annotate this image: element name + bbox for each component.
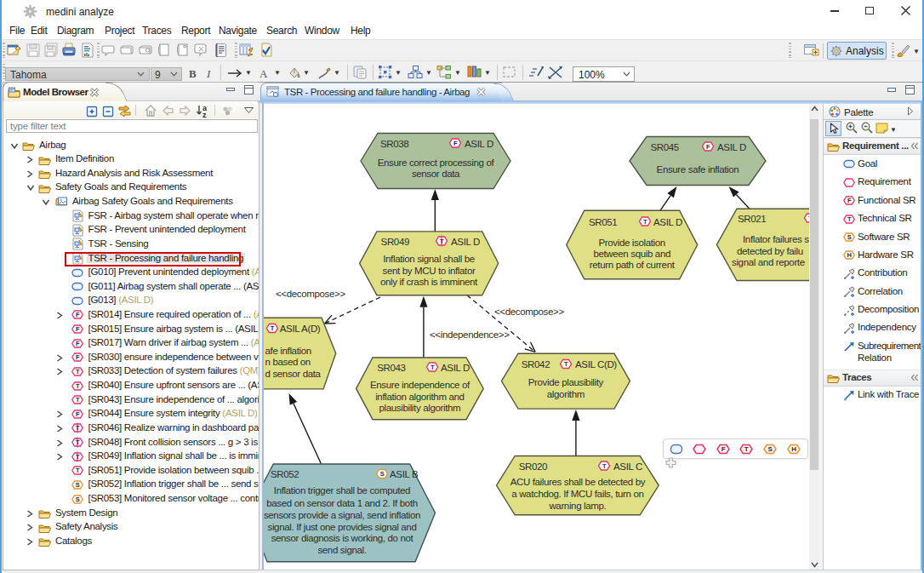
svg-text:SR051: SR051 [589,216,617,226]
svg-text:SR049: SR049 [381,236,409,246]
svg-text:detected by failu: detected by failu [737,246,803,256]
svg-text:warning lamp.: warning lamp. [548,500,606,510]
svg-text:T: T [744,445,749,453]
svg-text:ASIL C: ASIL C [613,461,642,471]
svg-text:ASIL D: ASIL D [441,362,470,372]
svg-text:ASIL D: ASIL D [451,236,480,246]
svg-text:SR042: SR042 [522,359,550,370]
svg-text:Provide isolation: Provide isolation [598,237,664,247]
svg-text:only if crash is imminent: only if crash is imminent [380,277,478,287]
svg-text:sensor diagnosis is working, d: sensor diagnosis is working, do not [271,533,414,543]
svg-text:S: S [76,496,80,503]
svg-text:<<decompose>>: <<decompose>> [276,289,345,299]
svg-text:ASIL D: ASIL D [653,216,682,226]
svg-text:S: S [76,481,80,489]
svg-text:SR021: SR021 [738,213,766,223]
svg-text:ASIL D: ASIL D [465,138,493,148]
svg-text:sent by MCU to inflator: sent by MCU to inflator [383,265,476,275]
svg-text:afe inflation: afe inflation [265,345,311,355]
svg-text:sensor data: sensor data [412,169,460,179]
svg-text:Inflation trigger shall be com: Inflation trigger shall be computed [274,485,410,496]
svg-text:Ensure correct processing of: Ensure correct processing of [378,157,495,167]
svg-text:Ensure independence of: Ensure independence of [370,379,471,389]
svg-text:Provide plausibility: Provide plausibility [528,377,604,387]
svg-text:based on sensor data 1 and 2.: based on sensor data 1 and 2. If both [266,497,418,507]
svg-text:S: S [847,233,852,241]
svg-text:SR038: SR038 [380,138,408,148]
svg-text:SR020: SR020 [519,461,547,471]
svg-text:<<independence>>: <<independence>> [430,329,510,340]
svg-text:ASIL B: ASIL B [390,469,419,479]
svg-text:sensors provide a signal, send: sensors provide a signal, send inflation [264,510,420,520]
svg-text:ASIL C(D): ASIL C(D) [575,359,617,370]
svg-text:d sensor data: d sensor data [265,368,322,378]
svg-text:algorithm: algorithm [547,388,585,398]
svg-text:ACU failures shall be detected: ACU failures shall be detected by [510,476,646,486]
svg-text:S: S [380,470,385,478]
svg-text:SR045: SR045 [651,141,679,152]
svg-text:ASIL D: ASIL D [717,141,746,152]
svg-text:return path of current: return path of current [590,260,676,270]
svg-text:inflation algorithm and: inflation algorithm and [375,391,464,401]
svg-text:H: H [847,251,851,259]
svg-text:Inflator failures s: Inflator failures s [743,234,809,244]
svg-text:a watchdog. If MCU fails, turn: a watchdog. If MCU fails, turn on [511,488,643,498]
svg-text:send signal.: send signal. [317,545,366,555]
svg-text:plausibility algorithm: plausibility algorithm [379,403,460,413]
svg-text:ASIL A(D): ASIL A(D) [280,324,321,334]
svg-text:<<decompose>>: <<decompose>> [494,306,564,316]
svg-text:signal and reporte: signal and reporte [732,257,805,267]
svg-text:signal. If just one provides s: signal. If just one provides signal and [268,521,417,531]
svg-text:Inflation signal shall be: Inflation signal shall be [383,254,475,264]
svg-text:n based on: n based on [265,357,311,367]
svg-text:Ensure safe inflation: Ensure safe inflation [657,163,739,174]
svg-text:F: F [722,445,726,453]
svg-text:SR043: SR043 [377,362,405,372]
svg-text:H: H [791,445,796,453]
svg-text:SR052: SR052 [271,469,299,479]
svg-text:between squib and: between squib and [593,248,670,258]
